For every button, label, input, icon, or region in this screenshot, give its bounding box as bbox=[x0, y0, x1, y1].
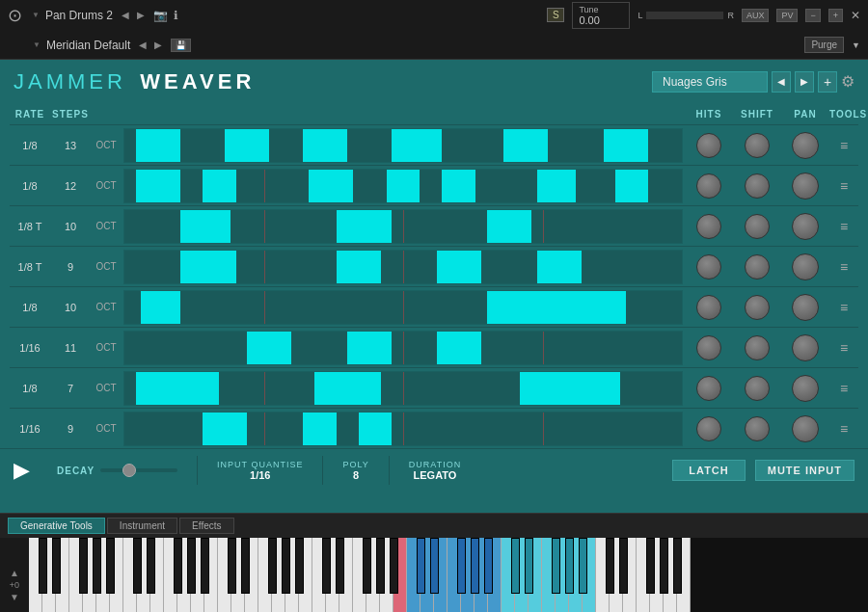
black-key[interactable] bbox=[295, 538, 304, 594]
tools-menu-2[interactable]: ≡ bbox=[840, 219, 848, 234]
cell-grid-2[interactable] bbox=[123, 209, 683, 244]
tools-menu-4[interactable]: ≡ bbox=[840, 300, 848, 315]
preset-dropdown-arrow[interactable]: ▼ bbox=[32, 11, 40, 19]
s-button[interactable]: S bbox=[547, 8, 564, 22]
decay-slider[interactable] bbox=[100, 468, 177, 472]
tools-menu-0[interactable]: ≡ bbox=[840, 138, 848, 153]
grid-block[interactable] bbox=[314, 372, 381, 405]
cell-grid-1[interactable] bbox=[123, 169, 683, 203]
black-key[interactable] bbox=[228, 538, 236, 594]
grid-block[interactable] bbox=[136, 170, 180, 202]
black-key[interactable] bbox=[565, 538, 574, 594]
black-key[interactable] bbox=[660, 538, 668, 594]
black-key[interactable] bbox=[579, 538, 587, 594]
shift-knob-1[interactable] bbox=[745, 173, 770, 199]
close-icon[interactable]: ✕ bbox=[851, 9, 860, 22]
current-preset[interactable]: Nuages Gris bbox=[652, 71, 768, 93]
black-key[interactable] bbox=[241, 538, 250, 594]
black-key[interactable] bbox=[457, 538, 466, 594]
black-key[interactable] bbox=[417, 538, 425, 594]
black-key[interactable] bbox=[336, 538, 344, 594]
grid-block[interactable] bbox=[303, 412, 337, 445]
grid-block[interactable] bbox=[347, 332, 392, 364]
hits-knob-7[interactable] bbox=[696, 416, 721, 441]
pan-knob-6[interactable] bbox=[792, 375, 819, 402]
aux-btn[interactable]: AUX bbox=[742, 9, 770, 22]
black-key[interactable] bbox=[525, 538, 533, 594]
cell-shift-6[interactable] bbox=[733, 376, 781, 401]
black-key[interactable] bbox=[52, 538, 61, 594]
hits-knob-0[interactable] bbox=[696, 133, 721, 158]
black-key[interactable] bbox=[484, 538, 493, 594]
hits-knob-3[interactable] bbox=[696, 254, 721, 279]
black-key[interactable] bbox=[187, 538, 196, 594]
hits-knob-1[interactable] bbox=[696, 173, 721, 199]
sub-preset-save-btn[interactable]: 💾 bbox=[171, 39, 191, 52]
cell-tools-6[interactable]: ≡ bbox=[829, 381, 858, 396]
grid-block[interactable] bbox=[604, 129, 648, 162]
black-key[interactable] bbox=[174, 538, 182, 594]
cell-tools-3[interactable]: ≡ bbox=[829, 259, 858, 275]
grid-block[interactable] bbox=[442, 170, 475, 202]
shift-knob-3[interactable] bbox=[745, 254, 770, 279]
latch-button[interactable]: LATCH bbox=[672, 460, 745, 481]
hits-knob-6[interactable] bbox=[696, 376, 721, 401]
grid-block[interactable] bbox=[136, 129, 180, 162]
grid-block[interactable] bbox=[136, 372, 220, 405]
pan-knob-1[interactable] bbox=[792, 173, 819, 200]
black-key[interactable] bbox=[430, 538, 439, 594]
plus-btn[interactable]: + bbox=[828, 9, 843, 22]
cell-shift-2[interactable] bbox=[733, 214, 781, 239]
sub-preset-dropdown-arrow[interactable]: ▼ bbox=[33, 40, 41, 49]
prev-preset-btn[interactable]: ◀ bbox=[119, 8, 132, 22]
black-key[interactable] bbox=[106, 538, 115, 594]
cell-grid-7[interactable] bbox=[123, 412, 683, 446]
cell-shift-5[interactable] bbox=[733, 335, 781, 360]
black-key[interactable] bbox=[79, 538, 88, 594]
grid-block[interactable] bbox=[520, 372, 620, 405]
black-key[interactable] bbox=[390, 538, 398, 594]
cell-grid-6[interactable] bbox=[123, 371, 683, 406]
tools-menu-3[interactable]: ≡ bbox=[840, 259, 848, 275]
grid-block[interactable] bbox=[180, 210, 231, 243]
cell-hits-1[interactable] bbox=[685, 173, 733, 199]
tools-menu-7[interactable]: ≡ bbox=[840, 421, 848, 437]
grid-block[interactable] bbox=[487, 291, 627, 324]
grid-block[interactable] bbox=[537, 170, 576, 202]
cell-pan-7[interactable] bbox=[781, 415, 829, 442]
grid-block[interactable] bbox=[225, 129, 269, 162]
grid-block[interactable] bbox=[537, 251, 582, 283]
grid-block[interactable] bbox=[392, 129, 442, 162]
cell-grid-3[interactable] bbox=[123, 250, 683, 284]
grid-block[interactable] bbox=[503, 129, 548, 162]
cell-grid-4[interactable] bbox=[123, 290, 683, 325]
grid-block[interactable] bbox=[387, 170, 420, 202]
grid-block[interactable] bbox=[615, 170, 649, 202]
minus-btn[interactable]: − bbox=[805, 9, 820, 22]
cell-tools-4[interactable]: ≡ bbox=[829, 300, 858, 315]
grid-block[interactable] bbox=[337, 251, 381, 283]
next-preset-nav[interactable]: ▶ bbox=[795, 71, 814, 93]
play-button[interactable]: ▶ bbox=[14, 458, 30, 483]
black-key[interactable] bbox=[93, 538, 101, 594]
cell-grid-5[interactable] bbox=[123, 331, 683, 365]
grid-block[interactable] bbox=[359, 412, 393, 445]
hits-knob-4[interactable] bbox=[696, 295, 721, 320]
tools-menu-5[interactable]: ≡ bbox=[840, 340, 848, 356]
pan-knob-5[interactable] bbox=[792, 334, 819, 361]
black-key[interactable] bbox=[646, 538, 655, 594]
black-key[interactable] bbox=[363, 538, 371, 594]
grid-block[interactable] bbox=[247, 332, 291, 364]
cell-tools-0[interactable]: ≡ bbox=[829, 138, 858, 153]
purge-btn[interactable]: Purge bbox=[804, 37, 844, 53]
pv-btn[interactable]: PV bbox=[776, 9, 798, 22]
cell-hits-0[interactable] bbox=[685, 133, 733, 158]
cell-hits-3[interactable] bbox=[685, 254, 733, 279]
cell-pan-0[interactable] bbox=[781, 132, 829, 159]
grid-block[interactable] bbox=[203, 170, 236, 202]
next-preset-btn[interactable]: ▶ bbox=[134, 8, 148, 22]
tab-generative-tools[interactable]: Generative Tools bbox=[8, 518, 105, 534]
tools-menu-6[interactable]: ≡ bbox=[840, 381, 848, 396]
black-key[interactable] bbox=[39, 538, 47, 594]
cell-shift-1[interactable] bbox=[733, 173, 781, 199]
